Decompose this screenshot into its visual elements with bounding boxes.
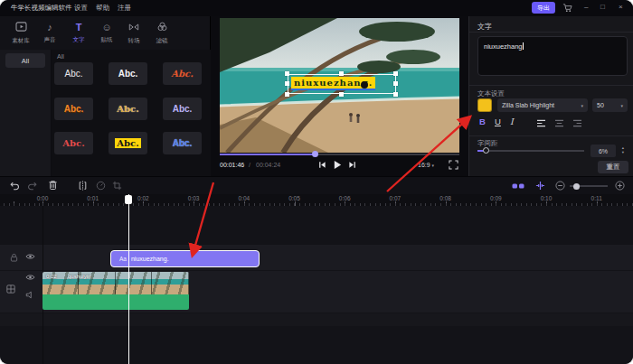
ruler-label: 0:00 [37, 195, 49, 201]
minimize-button[interactable]: – [584, 3, 588, 11]
text-color-swatch[interactable] [477, 98, 492, 112]
text-style-tile: Abc. [163, 62, 202, 85]
play-button[interactable] [333, 160, 342, 170]
text-style-tile: Abc. [109, 62, 147, 85]
seek-knob[interactable] [312, 151, 318, 157]
category-all[interactable]: All [5, 53, 45, 68]
spacing-slider[interactable] [477, 150, 584, 152]
chevron-down-icon: ▾ [581, 103, 583, 108]
tab-text[interactable]: T 文字 [64, 18, 93, 44]
text-style-grid: All Abc. Abc. Abc. Abc. Abc. Abc. Abc. A… [52, 50, 211, 176]
filter-clover-icon [157, 22, 167, 32]
snap-toggle-icon[interactable] [512, 182, 524, 190]
eye-icon[interactable] [25, 253, 35, 260]
underline-button[interactable]: U [495, 117, 501, 126]
category-sidebar: All [0, 50, 52, 176]
seek-fill [220, 154, 316, 155]
tab-transition[interactable]: 转场 [119, 19, 148, 45]
ruler-label: 0:01 [87, 195, 99, 201]
chevron-down-icon: ▾ [620, 103, 623, 108]
text-style-tile: Abc. [163, 132, 202, 154]
video-clip-duration: 0:02 [46, 274, 57, 279]
text-track-band [0, 245, 633, 270]
ruler-label: 0:11 [591, 195, 602, 201]
tab-label: 滤镜 [147, 37, 176, 45]
redo-icon[interactable] [27, 181, 38, 191]
next-frame-button[interactable] [348, 161, 356, 169]
text-clip-label: niuxuezhang. [131, 256, 169, 262]
spacing-stepper[interactable]: ▴ ▾ [619, 145, 628, 154]
transition-bowtie-icon [128, 23, 139, 32]
tab-sticker[interactable]: ☺ 贴纸 [92, 18, 121, 44]
seek-bar[interactable] [220, 154, 459, 155]
zoom-out-icon[interactable] [555, 181, 565, 191]
ruler-label: 0:03 [188, 195, 200, 201]
tab-label: 贴纸 [92, 36, 121, 44]
timeline-tracks: Aa niuxuezhang. 0:02 qushuiyin [0, 206, 633, 364]
aspect-ratio-select[interactable]: 16:9 ▾ [418, 162, 434, 168]
playhead-handle[interactable] [125, 195, 132, 204]
ruler-label: 0:10 [541, 195, 553, 201]
italic-button[interactable]: I [510, 117, 514, 126]
text-style-tile: Abc. [163, 98, 202, 120]
text-clip-badge: Aa [119, 256, 127, 262]
undo-icon[interactable] [9, 181, 20, 191]
delete-trash-icon[interactable] [48, 180, 58, 191]
menu-settings[interactable]: 设置 [74, 4, 88, 13]
export-button[interactable]: 导出 [532, 2, 555, 14]
tab-label: 转场 [119, 37, 148, 45]
overlay-selection-box[interactable]: niuxuezhang. [288, 74, 396, 94]
menu-register[interactable]: 注册 [118, 4, 131, 13]
store-cart-icon[interactable] [562, 3, 572, 13]
fullscreen-icon[interactable] [449, 160, 458, 170]
split-clip-icon[interactable] [78, 181, 88, 191]
align-left-icon[interactable] [536, 119, 546, 127]
ruler-label: 0:08 [439, 195, 451, 201]
bold-button[interactable]: B [479, 117, 486, 126]
sticker-smiley-icon: ☺ [101, 22, 111, 33]
zoom-in-icon[interactable] [615, 181, 625, 191]
speed-icon[interactable] [96, 181, 106, 191]
align-center-icon[interactable] [554, 119, 564, 127]
music-note-icon: ♪ [47, 22, 52, 33]
ruler-label: 0:02 [137, 195, 149, 201]
spacing-value[interactable]: 6% [590, 145, 616, 157]
divider [469, 32, 633, 33]
current-time: 00:01:46 [220, 162, 244, 168]
panel-title: 文字 [477, 22, 492, 32]
maximize-button[interactable]: □ [600, 3, 605, 11]
section-label: 文本设置 [477, 89, 505, 98]
timeline-zoom-knob[interactable] [573, 183, 580, 190]
video-clip[interactable]: 0:02 qushuiyin [43, 272, 189, 310]
text-style-tile: Abc. [109, 98, 147, 120]
tab-filter[interactable]: 滤镜 [147, 19, 176, 45]
font-family-select[interactable]: Zilla Slab Highlight ▾ [497, 98, 588, 112]
text-style-tile: Abc. [109, 132, 147, 154]
text-clip[interactable]: Aa niuxuezhang. [110, 250, 260, 267]
titlebar: 牛学长视频编辑软件 设置 帮助 注册 导出 – □ × [0, 0, 633, 16]
timeline-toolbar [0, 176, 633, 194]
video-clip-thumbnails: 0:02 qushuiyin [43, 272, 189, 294]
align-right-icon[interactable] [572, 119, 582, 127]
tab-label: 文字 [64, 36, 93, 44]
tab-label: 素材库 [6, 37, 35, 45]
eye-icon[interactable] [25, 274, 35, 281]
crop-icon[interactable] [112, 181, 122, 191]
spacing-slider-knob[interactable] [483, 147, 489, 154]
text-content-input[interactable]: niuxuezhang [477, 36, 628, 76]
reset-button[interactable]: 重置 [598, 161, 628, 173]
font-size-select[interactable]: 50 ▾ [592, 98, 628, 112]
align-playhead-icon[interactable] [535, 181, 545, 191]
timeline-ruler[interactable]: 0:000:010:020:030:040:050:060:070:080:09… [0, 194, 633, 206]
lock-icon[interactable] [10, 253, 18, 262]
prev-frame-button[interactable] [318, 161, 326, 169]
menu-help[interactable]: 帮助 [96, 4, 109, 13]
ruler-label: 0:09 [490, 195, 502, 201]
stepper-down-icon[interactable]: ▾ [619, 150, 628, 154]
close-button[interactable]: × [619, 3, 623, 11]
tab-media-library[interactable]: 素材库 [6, 19, 35, 45]
text-settings-panel: 文字 niuxuezhang 文本设置 Zilla Slab Highlight… [468, 16, 633, 176]
audio-mute-speaker-icon[interactable] [25, 291, 34, 299]
tab-audio[interactable]: ♪ 声音 [35, 18, 64, 44]
playhead-line[interactable] [128, 194, 129, 364]
